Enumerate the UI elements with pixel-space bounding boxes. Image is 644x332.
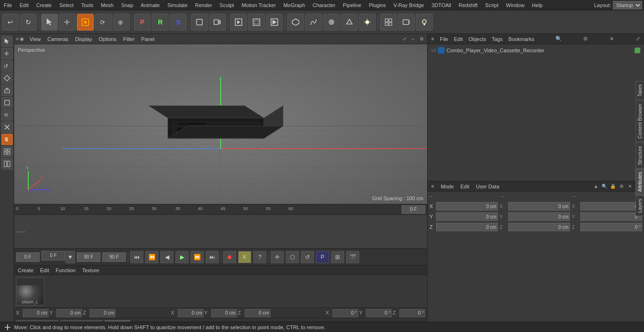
menu-mesh[interactable]: Mesh <box>97 1 117 9</box>
vp-menu-view[interactable]: View <box>27 35 44 43</box>
render-frame-button[interactable] <box>230 14 247 31</box>
layout-select[interactable]: Startup <box>613 1 642 9</box>
display-cube-button[interactable] <box>287 14 304 31</box>
menu-help[interactable]: Help <box>528 1 546 9</box>
attr-sz-input[interactable] <box>580 223 642 231</box>
om-search-icon[interactable]: 🔍 <box>555 35 562 43</box>
tab-content-browser[interactable]: Content Browser <box>636 100 644 142</box>
om-close-icon[interactable]: ✕ <box>608 35 616 43</box>
help-button[interactable]: ? <box>253 251 266 263</box>
vp-menu-filter[interactable]: Filter <box>120 35 137 43</box>
menu-script[interactable]: Script <box>481 1 502 9</box>
camera-view-button[interactable] <box>398 14 415 31</box>
display-solid-button[interactable] <box>323 14 340 31</box>
coord-sz-input[interactable] <box>399 309 425 317</box>
play-reverse-button[interactable]: ◀ <box>160 251 173 263</box>
menu-vray[interactable]: V-Ray Bridge <box>390 1 428 9</box>
mat-menu-create[interactable]: Create <box>16 267 35 274</box>
step-back-button[interactable]: ⏪ <box>145 251 158 263</box>
am-menu-edit[interactable]: Edit <box>459 183 471 190</box>
light-view-button[interactable] <box>416 14 433 31</box>
sidebar-spline-tool[interactable]: S <box>1 134 13 145</box>
menu-pipeline[interactable]: Pipeline <box>339 1 365 9</box>
menu-snap[interactable]: Snap <box>117 1 137 9</box>
menu-window[interactable]: Window <box>502 1 528 9</box>
scale-tc-button[interactable]: ⬡ <box>286 251 299 263</box>
end-frame-input[interactable] <box>77 252 100 262</box>
menu-animate[interactable]: Animate <box>137 1 164 9</box>
sidebar-knife-tool[interactable] <box>1 121 13 133</box>
render-active-button[interactable] <box>266 14 283 31</box>
mat-menu-function[interactable]: Function <box>54 267 77 274</box>
attr-rz-input[interactable] <box>508 223 570 231</box>
am-up-icon[interactable]: ▲ <box>592 183 600 190</box>
am-search-icon[interactable]: 🔍 <box>601 183 608 190</box>
om-menu-tags[interactable]: Tags <box>490 35 504 43</box>
menu-redshift[interactable]: Redshift <box>455 1 481 9</box>
attr-rx-input[interactable] <box>508 202 570 211</box>
redo-button[interactable]: ↻ <box>20 14 37 31</box>
am-close-icon[interactable]: ✕ <box>626 183 634 190</box>
tab-attributes[interactable]: Attributes <box>636 169 644 195</box>
vp-menu-cameras[interactable]: Cameras <box>45 35 72 43</box>
grid-button[interactable] <box>380 14 397 31</box>
sidebar-move-tool[interactable]: ✛ <box>1 48 13 59</box>
move-tool-button[interactable]: ✛ <box>59 14 76 31</box>
coord-rx-input[interactable] <box>178 309 204 317</box>
render-tc-button[interactable]: 🎬 <box>346 251 359 263</box>
transform-tool-button[interactable]: ⊕ <box>113 14 130 31</box>
attr-ry-input[interactable] <box>508 212 570 221</box>
vp-menu-display[interactable]: Display <box>72 35 95 43</box>
om-menu-bookmarks[interactable]: Bookmarks <box>506 35 536 43</box>
scale-tool-button[interactable] <box>77 14 94 31</box>
sidebar-grid-tool[interactable] <box>1 146 13 157</box>
menu-character[interactable]: Character <box>309 1 339 9</box>
go-start-button[interactable]: ⏮ <box>130 251 143 263</box>
material-swatch-0[interactable]: player_L <box>16 277 44 306</box>
menu-motion-tracker[interactable]: Motion Tracker <box>238 1 280 9</box>
maximize-icon[interactable]: ⤢ <box>401 35 408 43</box>
attr-sx-input[interactable] <box>580 202 642 211</box>
current-frame-field[interactable] <box>402 205 425 214</box>
rotate-tool-button[interactable]: ⟳ <box>95 14 112 31</box>
menu-create[interactable]: Create <box>33 1 56 9</box>
go-end-button[interactable]: ⏭ <box>206 251 219 263</box>
sidebar-extrude-tool[interactable] <box>1 85 13 96</box>
frame-down-button[interactable]: ▼ <box>66 251 75 263</box>
axis-y-button[interactable]: R <box>152 14 169 31</box>
am-menu-userdata[interactable]: User Data <box>474 183 502 190</box>
render-region-button[interactable] <box>248 14 265 31</box>
menu-file[interactable]: File <box>0 1 16 9</box>
sidebar-cursor-tool[interactable] <box>1 36 13 47</box>
am-settings-icon[interactable]: ⚙ <box>618 183 625 190</box>
tab-structure[interactable]: Structure <box>636 143 644 169</box>
menu-select[interactable]: Select <box>56 1 78 9</box>
vp-icon-2[interactable]: ↔ <box>409 35 417 43</box>
menu-edit[interactable]: Edit <box>16 1 33 9</box>
menu-mograph[interactable]: MoGraph <box>280 1 309 9</box>
camera-button[interactable] <box>209 14 226 31</box>
coord-ry-input[interactable] <box>211 309 237 317</box>
axis-z-button[interactable]: S <box>170 14 187 31</box>
grid-tc-button[interactable]: ⊞ <box>331 251 344 263</box>
tab-takes[interactable]: Takes <box>636 81 644 100</box>
om-menu-file[interactable]: File <box>438 35 450 43</box>
coord-rz-input[interactable] <box>245 309 271 317</box>
sidebar-rotate-tool[interactable]: ↺ <box>1 60 13 72</box>
vp-icon-3[interactable]: ⚙ <box>418 35 425 43</box>
move-tc-button[interactable]: ✛ <box>271 251 284 263</box>
play-button[interactable]: ▶ <box>175 251 189 263</box>
end-frame2-input[interactable] <box>102 252 126 262</box>
attr-sy-input[interactable] <box>580 212 642 221</box>
am-menu-mode[interactable]: Mode <box>439 183 456 190</box>
sidebar-magnet-tool[interactable]: ⟲ <box>1 109 13 121</box>
axis-x-button[interactable]: P <box>134 14 151 31</box>
rotate-tc-button[interactable]: ↺ <box>301 251 314 263</box>
display-draw-button[interactable] <box>305 14 322 31</box>
start-frame-input[interactable] <box>16 252 40 262</box>
select-tool-button[interactable] <box>41 14 58 31</box>
menu-render[interactable]: Render <box>191 1 216 9</box>
mat-menu-texture[interactable]: Texture <box>80 267 101 274</box>
auto-key-button[interactable]: K <box>238 251 251 263</box>
coord-z-input[interactable] <box>90 309 116 317</box>
